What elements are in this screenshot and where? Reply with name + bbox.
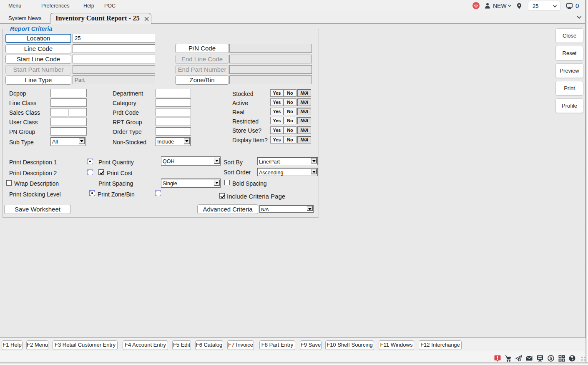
svg-text:S: S [550, 356, 553, 361]
